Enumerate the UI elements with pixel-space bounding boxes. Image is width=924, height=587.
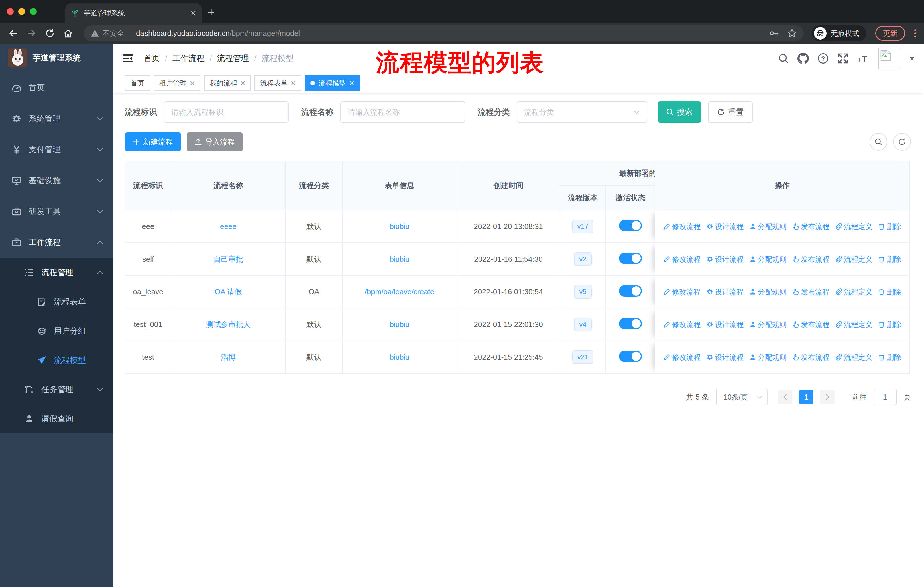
form-info-link[interactable]: biubiu [389, 320, 409, 329]
close-tag-icon[interactable] [190, 81, 195, 85]
bookmark-star-icon[interactable] [787, 28, 797, 38]
form-info-link[interactable]: /bpm/oa/leave/create [365, 288, 434, 296]
action-deploy-link[interactable]: 发布流程 [792, 320, 830, 329]
browser-menu-icon[interactable] [914, 29, 916, 37]
breadcrumb-item[interactable]: 流程管理 [217, 53, 249, 64]
action-design-link[interactable]: 设计流程 [706, 222, 744, 231]
tag-process-model[interactable]: 流程模型 [305, 75, 360, 91]
process-name-input[interactable] [340, 101, 465, 123]
process-id-input[interactable] [164, 101, 289, 123]
sidebar-item-user-group[interactable]: 用户分组 [0, 316, 114, 346]
next-page-button[interactable] [820, 390, 835, 404]
sidebar-item-workflow[interactable]: 工作流程 [0, 227, 114, 258]
maximize-window-button[interactable] [30, 8, 37, 15]
action-delete-link[interactable]: 删除 [878, 255, 901, 264]
reset-button[interactable]: 重置 [708, 101, 753, 123]
sidebar-item-infrastructure[interactable]: 基础设施 [0, 165, 114, 196]
action-assign-link[interactable]: 分配规则 [749, 320, 787, 329]
action-assign-link[interactable]: 分配规则 [749, 222, 787, 231]
action-design-link[interactable]: 设计流程 [706, 352, 744, 362]
key-icon[interactable] [769, 28, 779, 38]
forward-button[interactable] [24, 26, 39, 41]
close-tag-icon[interactable] [350, 81, 354, 85]
tag-my-process[interactable]: 我的流程 [204, 75, 251, 91]
close-tab-icon[interactable] [191, 11, 196, 16]
sidebar-item-home[interactable]: 首页 [0, 72, 114, 103]
tag-tenant[interactable]: 租户管理 [153, 75, 201, 91]
process-name-link[interactable]: 测试多审批人 [206, 320, 251, 329]
action-edit-link[interactable]: 修改流程 [663, 352, 701, 362]
action-edit-link[interactable]: 修改流程 [663, 287, 701, 297]
breadcrumb-item[interactable]: 工作流程 [172, 53, 205, 64]
sidebar-item-process-management[interactable]: 流程管理 [0, 258, 114, 287]
process-name-link[interactable]: 自己审批 [213, 255, 243, 263]
browser-tab[interactable]: 芋道管理系统 [65, 3, 201, 23]
sidebar-item-task-management[interactable]: 任务管理 [0, 375, 114, 404]
breadcrumb-item[interactable]: 首页 [144, 53, 160, 64]
sidebar-item-payment[interactable]: 支付管理 [0, 134, 114, 165]
tag-home[interactable]: 首页 [125, 75, 150, 91]
category-select[interactable]: 流程分类 [517, 101, 647, 123]
import-process-button[interactable]: 导入流程 [187, 132, 243, 151]
action-edit-link[interactable]: 修改流程 [663, 255, 701, 264]
process-name-link[interactable]: eeee [220, 222, 237, 231]
process-name-link[interactable]: 滔博 [221, 353, 236, 361]
page-size-select[interactable]: 10条/页 [716, 389, 767, 405]
search-button[interactable]: 搜索 [658, 101, 701, 123]
action-assign-link[interactable]: 分配规则 [749, 352, 787, 362]
home-button[interactable] [61, 26, 76, 41]
back-button[interactable] [6, 26, 21, 41]
process-name-link[interactable]: OA 请假 [214, 288, 242, 296]
action-edit-link[interactable]: 修改流程 [663, 222, 701, 231]
reload-button[interactable] [42, 26, 57, 41]
create-process-button[interactable]: 新建流程 [125, 132, 181, 151]
action-delete-link[interactable]: 删除 [878, 287, 901, 297]
refresh-table-button[interactable] [893, 133, 911, 151]
tag-process-form[interactable]: 流程表单 [254, 75, 301, 91]
update-button[interactable]: 更新 [875, 26, 905, 41]
sidebar-item-leave-query[interactable]: 请假查询 [0, 404, 114, 433]
action-assign-link[interactable]: 分配规则 [749, 287, 787, 297]
action-design-link[interactable]: 设计流程 [706, 320, 744, 329]
form-info-link[interactable]: biubiu [389, 353, 409, 361]
sidebar-item-process-form[interactable]: 流程表单 [0, 287, 114, 316]
active-toggle[interactable] [619, 253, 642, 264]
action-definition-link[interactable]: 流程定义 [835, 352, 873, 362]
minimize-window-button[interactable] [18, 8, 25, 15]
github-icon[interactable] [797, 53, 809, 64]
action-edit-link[interactable]: 修改流程 [663, 320, 701, 329]
prev-page-button[interactable] [778, 390, 792, 404]
close-window-button[interactable] [7, 8, 14, 15]
close-tag-icon[interactable] [241, 81, 245, 85]
sidebar-collapse-icon[interactable] [122, 54, 134, 63]
sidebar-item-system[interactable]: 系统管理 [0, 103, 114, 134]
form-info-link[interactable]: biubiu [389, 222, 409, 231]
active-toggle[interactable] [619, 351, 642, 362]
action-deploy-link[interactable]: 发布流程 [792, 352, 830, 362]
action-delete-link[interactable]: 删除 [878, 320, 901, 329]
search-icon[interactable] [778, 53, 789, 64]
action-definition-link[interactable]: 流程定义 [835, 287, 873, 297]
goto-page-input[interactable] [874, 389, 896, 405]
action-delete-link[interactable]: 删除 [878, 352, 901, 362]
show-search-button[interactable] [870, 133, 887, 151]
avatar[interactable] [878, 48, 899, 69]
active-toggle[interactable] [619, 318, 642, 329]
action-definition-link[interactable]: 流程定义 [835, 255, 873, 264]
action-design-link[interactable]: 设计流程 [706, 255, 744, 264]
address-bar[interactable]: 不安全 dashboard.yudao.iocoder.cn/bpm/manag… [84, 25, 804, 41]
font-size-icon[interactable]: TT [857, 53, 870, 64]
action-design-link[interactable]: 设计流程 [706, 287, 744, 297]
action-assign-link[interactable]: 分配规则 [749, 255, 787, 264]
action-delete-link[interactable]: 删除 [878, 222, 901, 231]
action-deploy-link[interactable]: 发布流程 [792, 287, 830, 297]
active-toggle[interactable] [619, 285, 642, 297]
action-definition-link[interactable]: 流程定义 [835, 222, 873, 231]
new-tab-button[interactable] [207, 8, 215, 18]
avatar-dropdown-caret-icon[interactable] [909, 57, 915, 60]
action-deploy-link[interactable]: 发布流程 [792, 255, 830, 264]
sidebar-item-dev-tools[interactable]: 研发工具 [0, 196, 114, 227]
app-logo[interactable]: 芋道管理系统 [0, 43, 114, 72]
active-toggle[interactable] [619, 220, 642, 231]
page-number-current[interactable]: 1 [799, 390, 813, 404]
